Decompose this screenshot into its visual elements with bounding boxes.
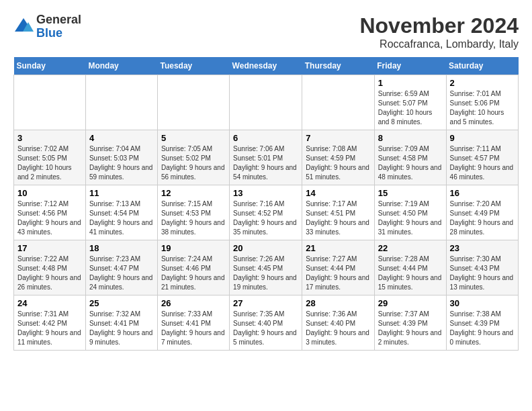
calendar-cell: 9Sunrise: 7:11 AM Sunset: 4:57 PM Daylig… bbox=[446, 130, 518, 185]
day-number: 29 bbox=[378, 298, 443, 308]
day-info: Sunrise: 7:15 AM Sunset: 4:53 PM Dayligh… bbox=[161, 199, 226, 237]
calendar-cell bbox=[302, 75, 374, 130]
calendar-row-4: 24Sunrise: 7:31 AM Sunset: 4:42 PM Dayli… bbox=[14, 295, 519, 351]
day-info: Sunrise: 7:17 AM Sunset: 4:51 PM Dayligh… bbox=[306, 199, 370, 237]
day-info: Sunrise: 7:16 AM Sunset: 4:52 PM Dayligh… bbox=[233, 199, 298, 237]
day-info: Sunrise: 7:19 AM Sunset: 4:50 PM Dayligh… bbox=[378, 199, 443, 237]
calendar-cell: 22Sunrise: 7:28 AM Sunset: 4:44 PM Dayli… bbox=[374, 240, 446, 295]
day-info: Sunrise: 7:35 AM Sunset: 4:40 PM Dayligh… bbox=[233, 310, 298, 347]
calendar-cell: 30Sunrise: 7:38 AM Sunset: 4:39 PM Dayli… bbox=[446, 295, 518, 351]
day-number: 21 bbox=[306, 243, 370, 253]
day-number: 26 bbox=[161, 298, 226, 308]
month-title: November 2024 bbox=[359, 13, 519, 38]
calendar-cell: 14Sunrise: 7:17 AM Sunset: 4:51 PM Dayli… bbox=[302, 185, 374, 240]
day-info: Sunrise: 7:26 AM Sunset: 4:45 PM Dayligh… bbox=[233, 255, 298, 292]
day-number: 10 bbox=[17, 188, 82, 198]
calendar-cell: 2Sunrise: 7:01 AM Sunset: 5:06 PM Daylig… bbox=[446, 75, 518, 130]
header-sunday: Sunday bbox=[14, 57, 86, 75]
day-number: 17 bbox=[17, 243, 82, 253]
calendar-cell: 20Sunrise: 7:26 AM Sunset: 4:45 PM Dayli… bbox=[230, 240, 302, 295]
day-number: 16 bbox=[450, 188, 515, 198]
calendar-cell: 15Sunrise: 7:19 AM Sunset: 4:50 PM Dayli… bbox=[374, 185, 446, 240]
calendar-cell: 5Sunrise: 7:05 AM Sunset: 5:02 PM Daylig… bbox=[157, 130, 229, 185]
header-saturday: Saturday bbox=[446, 57, 518, 75]
calendar-cell: 8Sunrise: 7:09 AM Sunset: 4:58 PM Daylig… bbox=[374, 130, 446, 185]
calendar-cell: 18Sunrise: 7:23 AM Sunset: 4:47 PM Dayli… bbox=[85, 240, 157, 295]
day-number: 24 bbox=[17, 298, 82, 308]
day-number: 9 bbox=[450, 133, 515, 143]
day-number: 18 bbox=[89, 243, 154, 253]
day-info: Sunrise: 7:13 AM Sunset: 4:54 PM Dayligh… bbox=[89, 199, 154, 237]
day-number: 30 bbox=[450, 298, 515, 308]
calendar-cell: 19Sunrise: 7:24 AM Sunset: 4:46 PM Dayli… bbox=[157, 240, 229, 295]
calendar-cell: 1Sunrise: 6:59 AM Sunset: 5:07 PM Daylig… bbox=[374, 75, 446, 130]
header-friday: Friday bbox=[374, 57, 446, 75]
calendar-row-0: 1Sunrise: 6:59 AM Sunset: 5:07 PM Daylig… bbox=[14, 75, 519, 130]
day-number: 19 bbox=[161, 243, 226, 253]
day-number: 2 bbox=[450, 78, 515, 88]
calendar-cell: 16Sunrise: 7:20 AM Sunset: 4:49 PM Dayli… bbox=[446, 185, 518, 240]
logo-icon bbox=[13, 17, 34, 37]
day-info: Sunrise: 7:06 AM Sunset: 5:01 PM Dayligh… bbox=[233, 144, 298, 182]
calendar-cell: 4Sunrise: 7:04 AM Sunset: 5:03 PM Daylig… bbox=[85, 130, 157, 185]
day-number: 20 bbox=[233, 243, 298, 253]
day-number: 13 bbox=[233, 188, 298, 198]
calendar-row-2: 10Sunrise: 7:12 AM Sunset: 4:56 PM Dayli… bbox=[14, 185, 519, 240]
header-wednesday: Wednesday bbox=[230, 57, 302, 75]
calendar-cell: 17Sunrise: 7:22 AM Sunset: 4:48 PM Dayli… bbox=[14, 240, 86, 295]
title-area: November 2024 Roccafranca, Lombardy, Ita… bbox=[359, 13, 519, 50]
day-info: Sunrise: 7:32 AM Sunset: 4:41 PM Dayligh… bbox=[89, 310, 154, 347]
logo: General Blue bbox=[13, 13, 81, 40]
day-info: Sunrise: 7:23 AM Sunset: 4:47 PM Dayligh… bbox=[89, 255, 154, 292]
day-number: 4 bbox=[89, 133, 154, 143]
calendar-row-3: 17Sunrise: 7:22 AM Sunset: 4:48 PM Dayli… bbox=[14, 240, 519, 295]
day-info: Sunrise: 7:24 AM Sunset: 4:46 PM Dayligh… bbox=[161, 255, 226, 292]
day-info: Sunrise: 7:09 AM Sunset: 4:58 PM Dayligh… bbox=[378, 144, 443, 182]
calendar-cell bbox=[157, 75, 229, 130]
header-tuesday: Tuesday bbox=[157, 57, 229, 75]
day-number: 6 bbox=[233, 133, 298, 143]
calendar-header-row: SundayMondayTuesdayWednesdayThursdayFrid… bbox=[14, 57, 519, 75]
location-subtitle: Roccafranca, Lombardy, Italy bbox=[359, 38, 519, 50]
calendar-cell: 21Sunrise: 7:27 AM Sunset: 4:44 PM Dayli… bbox=[302, 240, 374, 295]
day-info: Sunrise: 7:02 AM Sunset: 5:05 PM Dayligh… bbox=[17, 144, 82, 182]
day-number: 8 bbox=[378, 133, 443, 143]
calendar-cell: 23Sunrise: 7:30 AM Sunset: 4:43 PM Dayli… bbox=[446, 240, 518, 295]
day-info: Sunrise: 7:11 AM Sunset: 4:57 PM Dayligh… bbox=[450, 144, 515, 182]
calendar-cell: 25Sunrise: 7:32 AM Sunset: 4:41 PM Dayli… bbox=[85, 295, 157, 351]
calendar-cell: 10Sunrise: 7:12 AM Sunset: 4:56 PM Dayli… bbox=[14, 185, 86, 240]
calendar-cell: 7Sunrise: 7:08 AM Sunset: 4:59 PM Daylig… bbox=[302, 130, 374, 185]
header: General Blue November 2024 Roccafranca, … bbox=[13, 13, 519, 50]
day-info: Sunrise: 7:31 AM Sunset: 4:42 PM Dayligh… bbox=[17, 310, 82, 347]
day-info: Sunrise: 6:59 AM Sunset: 5:07 PM Dayligh… bbox=[378, 89, 443, 127]
calendar-cell: 3Sunrise: 7:02 AM Sunset: 5:05 PM Daylig… bbox=[14, 130, 86, 185]
day-info: Sunrise: 7:22 AM Sunset: 4:48 PM Dayligh… bbox=[17, 255, 82, 292]
day-info: Sunrise: 7:05 AM Sunset: 5:02 PM Dayligh… bbox=[161, 144, 226, 182]
calendar-cell: 13Sunrise: 7:16 AM Sunset: 4:52 PM Dayli… bbox=[230, 185, 302, 240]
day-number: 23 bbox=[450, 243, 515, 253]
day-info: Sunrise: 7:12 AM Sunset: 4:56 PM Dayligh… bbox=[17, 199, 82, 237]
day-number: 14 bbox=[306, 188, 370, 198]
calendar-cell: 6Sunrise: 7:06 AM Sunset: 5:01 PM Daylig… bbox=[230, 130, 302, 185]
logo-general-text: General bbox=[36, 13, 81, 27]
day-number: 27 bbox=[233, 298, 298, 308]
header-monday: Monday bbox=[85, 57, 157, 75]
calendar-cell bbox=[230, 75, 302, 130]
day-number: 25 bbox=[89, 298, 154, 308]
day-info: Sunrise: 7:37 AM Sunset: 4:39 PM Dayligh… bbox=[378, 310, 443, 347]
day-number: 28 bbox=[306, 298, 370, 308]
calendar-cell bbox=[14, 75, 86, 130]
calendar-cell: 24Sunrise: 7:31 AM Sunset: 4:42 PM Dayli… bbox=[14, 295, 86, 351]
calendar-cell: 26Sunrise: 7:33 AM Sunset: 4:41 PM Dayli… bbox=[157, 295, 229, 351]
calendar-cell: 28Sunrise: 7:36 AM Sunset: 4:40 PM Dayli… bbox=[302, 295, 374, 351]
day-info: Sunrise: 7:01 AM Sunset: 5:06 PM Dayligh… bbox=[450, 89, 515, 127]
day-number: 11 bbox=[89, 188, 154, 198]
calendar-row-1: 3Sunrise: 7:02 AM Sunset: 5:05 PM Daylig… bbox=[14, 130, 519, 185]
day-info: Sunrise: 7:27 AM Sunset: 4:44 PM Dayligh… bbox=[306, 255, 370, 292]
day-number: 3 bbox=[17, 133, 82, 143]
calendar-cell: 12Sunrise: 7:15 AM Sunset: 4:53 PM Dayli… bbox=[157, 185, 229, 240]
calendar-cell: 11Sunrise: 7:13 AM Sunset: 4:54 PM Dayli… bbox=[85, 185, 157, 240]
header-thursday: Thursday bbox=[302, 57, 374, 75]
calendar-cell bbox=[85, 75, 157, 130]
day-info: Sunrise: 7:08 AM Sunset: 4:59 PM Dayligh… bbox=[306, 144, 370, 182]
